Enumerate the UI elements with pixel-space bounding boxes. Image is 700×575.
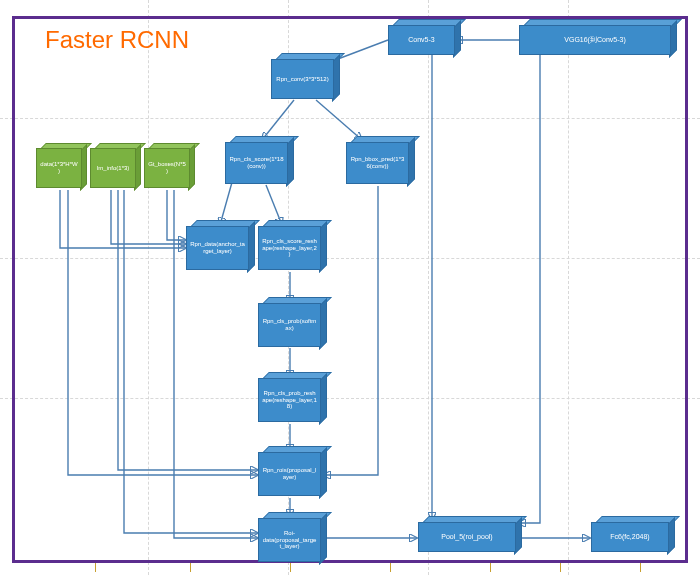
node-label: Rpn_rois(proposal_layer) <box>262 467 317 481</box>
node-label: VGG16(到Conv5-3) <box>564 36 625 44</box>
node-data: data(1*3*H*W) <box>36 148 82 188</box>
diagram-frame <box>12 16 688 563</box>
diagram-title: Faster RCNN <box>45 26 189 54</box>
node-label: Im_info(1*3) <box>97 165 130 172</box>
node-label: Fc6(fc,2048) <box>610 533 649 541</box>
node-roi-data: Roi-data(proposal_target_layer) <box>258 518 321 562</box>
node-label: Rpn_conv(3*3*512) <box>276 76 328 83</box>
node-pool5: Pool_5(roi_pool) <box>418 522 516 552</box>
node-rpn-cls-score: Rpn_cls_score(1*18(conv)) <box>225 142 288 184</box>
node-rpn-cls-prob-reshape: Rpn_cls_prob_reshape(reshape_layer,18) <box>258 378 321 422</box>
node-label: Rpn_bbox_pred(1*36(conv)) <box>350 156 405 170</box>
node-rpn-conv: Rpn_conv(3*3*512) <box>271 59 334 99</box>
node-rpn-data: Rpn_data(anchor_target_layer) <box>186 226 249 270</box>
node-label: data(1*3*H*W) <box>40 161 78 175</box>
node-label: Rpn_data(anchor_target_layer) <box>190 241 245 255</box>
node-rpn-cls-prob: Rpn_cls_prob(softmax) <box>258 303 321 347</box>
node-rpn-cls-reshape: Rpn_cls_score_reshape(reshape_layer,2) <box>258 226 321 270</box>
node-rpn-rois: Rpn_rois(proposal_layer) <box>258 452 321 496</box>
node-label: Rpn_cls_score(1*18(conv)) <box>229 156 284 170</box>
node-label: Rpn_cls_prob(softmax) <box>262 318 317 332</box>
node-conv53: Conv5-3 <box>388 25 455 55</box>
node-label: Roi-data(proposal_target_layer) <box>262 530 317 551</box>
node-label: Rpn_cls_score_reshape(reshape_layer,2) <box>262 238 317 259</box>
node-rpn-bbox-pred: Rpn_bbox_pred(1*36(conv)) <box>346 142 409 184</box>
node-vgg16: VGG16(到Conv5-3) <box>519 25 671 55</box>
node-fc6: Fc6(fc,2048) <box>591 522 669 552</box>
axis-tick <box>640 563 641 572</box>
axis-tick <box>290 563 291 572</box>
node-label: Conv5-3 <box>408 36 434 44</box>
node-label: Gt_boxes(N*5) <box>148 161 186 175</box>
axis-tick <box>95 563 96 572</box>
axis-tick <box>390 563 391 572</box>
node-gt-boxes: Gt_boxes(N*5) <box>144 148 190 188</box>
node-label: Pool_5(roi_pool) <box>441 533 492 541</box>
axis-tick <box>190 563 191 572</box>
axis-tick <box>490 563 491 572</box>
node-label: Rpn_cls_prob_reshape(reshape_layer,18) <box>262 390 317 411</box>
axis-tick <box>560 563 561 572</box>
node-im-info: Im_info(1*3) <box>90 148 136 188</box>
